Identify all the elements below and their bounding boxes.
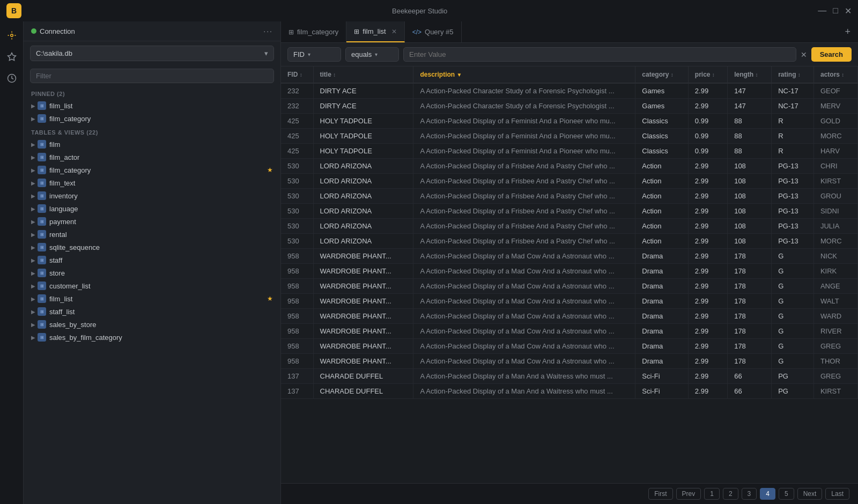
history-icon-btn[interactable]	[2, 69, 21, 88]
field-selector[interactable]: FID ▾	[287, 47, 341, 62]
table-item-language[interactable]: ▶ ⊞ language	[24, 202, 280, 215]
table-item-rental[interactable]: ▶ ⊞ rental	[24, 228, 280, 241]
db-selector[interactable]: C:\sakila.db ▾	[30, 46, 274, 61]
minimize-button[interactable]: —	[818, 6, 826, 16]
filter-placeholder: Filter	[36, 72, 51, 80]
col-header-rating[interactable]: rating ↕	[772, 66, 814, 83]
col-header-fid[interactable]: FID ↕	[281, 66, 313, 83]
more-options-button[interactable]: ···	[263, 27, 273, 35]
pinned-item-film-category[interactable]: ▶ ⊞ film_category ✕	[24, 112, 280, 125]
col-header-description[interactable]: description ▼	[413, 66, 635, 83]
table-icon: ⊞	[38, 333, 46, 342]
cell-category: Drama	[635, 249, 689, 264]
clear-filter-icon[interactable]: ✕	[801, 50, 807, 59]
cell-length: 88	[728, 144, 772, 159]
table-item-staff[interactable]: ▶ ⊞ staff	[24, 254, 280, 266]
table-item-inventory[interactable]: ▶ ⊞ inventory	[24, 189, 280, 202]
sidebar-filter-input[interactable]: Filter	[30, 69, 274, 83]
col-header-category[interactable]: category ↕	[635, 66, 689, 83]
search-button[interactable]: Search	[811, 47, 852, 62]
table-row[interactable]: 530 LORD ARIZONA A Action-Packed Display…	[281, 234, 858, 249]
cell-description: A Action-Packed Display of a Mad Cow And…	[413, 264, 635, 279]
table-item-sqlite-sequence[interactable]: ▶ ⊞ sqlite_sequence	[24, 241, 280, 254]
table-item-film-actor[interactable]: ▶ ⊞ film_actor	[24, 151, 280, 164]
tab-film-list[interactable]: ⊞ film_list ✕	[346, 21, 404, 42]
cell-category: Action	[635, 219, 689, 234]
table-row[interactable]: 958 WARDROBE PHANT... A Action-Packed Di…	[281, 354, 858, 369]
tab-close-icon[interactable]: ✕	[391, 28, 397, 35]
table-row[interactable]: 530 LORD ARIZONA A Action-Packed Display…	[281, 204, 858, 219]
maximize-button[interactable]: □	[833, 6, 838, 16]
table-row[interactable]: 137 CHARADE DUFFEL A Action-Packed Displ…	[281, 384, 858, 399]
table-item-payment[interactable]: ▶ ⊞ payment	[24, 215, 280, 228]
table-item-staff-list[interactable]: ▶ ⊞ staff_list	[24, 305, 280, 318]
table-row[interactable]: 958 WARDROBE PHANT... A Action-Packed Di…	[281, 279, 858, 294]
tab-film-category[interactable]: ⊞ film_category	[281, 21, 346, 42]
cell-rating: R	[772, 114, 814, 129]
table-item-label: payment	[49, 218, 273, 226]
table-item-store[interactable]: ▶ ⊞ store	[24, 266, 280, 279]
table-item-film-list[interactable]: ▶ ⊞ film_list ★	[24, 292, 280, 305]
table-row[interactable]: 232 DIRTY ACE A Action-Packed Character …	[281, 99, 858, 114]
table-row[interactable]: 958 WARDROBE PHANT... A Action-Packed Di…	[281, 339, 858, 354]
table-item-film-text[interactable]: ▶ ⊞ film_text	[24, 176, 280, 189]
cell-price: 2.99	[688, 159, 727, 174]
filter-value-input[interactable]	[403, 47, 796, 62]
table-row[interactable]: 425 HOLY TADPOLE A Action-Packed Display…	[281, 129, 858, 144]
page-2-button[interactable]: 2	[723, 488, 738, 500]
titlebar-controls: — □ ✕	[818, 6, 852, 16]
new-tab-button[interactable]: +	[837, 21, 858, 42]
page-4-button[interactable]: 4	[760, 488, 775, 500]
table-item-sales-by-store[interactable]: ▶ ⊞ sales_by_store	[24, 318, 280, 331]
next-page-button[interactable]: Next	[797, 488, 823, 500]
chevron-down-icon: ▾	[375, 51, 378, 57]
tab-query5[interactable]: </> Query #5	[405, 21, 462, 42]
operator-selector[interactable]: equals ▾	[345, 47, 399, 62]
cell-fid: 425	[281, 129, 313, 144]
table-row[interactable]: 425 HOLY TADPOLE A Action-Packed Display…	[281, 114, 858, 129]
tree-arrow-icon: ▶	[31, 270, 35, 276]
col-header-price[interactable]: price ↕	[688, 66, 727, 83]
table-item-sales-by-film-category[interactable]: ▶ ⊞ sales_by_film_category	[24, 331, 280, 344]
table-row[interactable]: 530 LORD ARIZONA A Action-Packed Display…	[281, 174, 858, 189]
col-header-actors[interactable]: actors ↕	[813, 66, 857, 83]
close-button[interactable]: ✕	[845, 6, 852, 16]
tree-arrow-icon: ▶	[31, 296, 35, 302]
last-page-button[interactable]: Last	[825, 488, 849, 500]
col-header-length[interactable]: length ↕	[728, 66, 772, 83]
table-row[interactable]: 958 WARDROBE PHANT... A Action-Packed Di…	[281, 264, 858, 279]
cell-title: HOLY TADPOLE	[313, 144, 413, 159]
cell-fid: 958	[281, 249, 313, 264]
cell-fid: 530	[281, 234, 313, 249]
page-1-button[interactable]: 1	[704, 488, 720, 500]
table-item-film-category[interactable]: ▶ ⊞ film_category ★	[24, 164, 280, 176]
favorites-icon-btn[interactable]	[2, 47, 21, 66]
connection-title: Connection	[40, 27, 75, 35]
prev-page-button[interactable]: Prev	[676, 488, 701, 500]
cell-rating: PG-13	[772, 204, 814, 219]
table-row[interactable]: 137 CHARADE DUFFEL A Action-Packed Displ…	[281, 369, 858, 384]
svg-point-0	[10, 34, 13, 37]
table-row[interactable]: 425 HOLY TADPOLE A Action-Packed Display…	[281, 144, 858, 159]
table-item-film[interactable]: ▶ ⊞ film	[24, 138, 280, 151]
first-page-button[interactable]: First	[648, 488, 672, 500]
table-row[interactable]: 232 DIRTY ACE A Action-Packed Character …	[281, 83, 858, 99]
table-row[interactable]: 530 LORD ARIZONA A Action-Packed Display…	[281, 159, 858, 174]
cell-length: 108	[728, 174, 772, 189]
page-5-button[interactable]: 5	[779, 488, 794, 500]
table-row[interactable]: 530 LORD ARIZONA A Action-Packed Display…	[281, 189, 858, 204]
table-row[interactable]: 530 LORD ARIZONA A Action-Packed Display…	[281, 219, 858, 234]
col-header-title[interactable]: title ↕	[313, 66, 413, 83]
table-item-customer-list[interactable]: ▶ ⊞ customer_list	[24, 279, 280, 292]
page-3-button[interactable]: 3	[742, 488, 757, 500]
table-icon: ⊞	[38, 294, 46, 303]
connection-icon-btn[interactable]	[2, 26, 21, 45]
pinned-item-film-list[interactable]: ▶ ⊞ film_list ✕	[24, 99, 280, 112]
cell-description: A Action-Packed Display of a Mad Cow And…	[413, 354, 635, 369]
table-row[interactable]: 958 WARDROBE PHANT... A Action-Packed Di…	[281, 309, 858, 324]
table-row[interactable]: 958 WARDROBE PHANT... A Action-Packed Di…	[281, 249, 858, 264]
table-row[interactable]: 958 WARDROBE PHANT... A Action-Packed Di…	[281, 324, 858, 339]
table-row[interactable]: 958 WARDROBE PHANT... A Action-Packed Di…	[281, 294, 858, 309]
table-icon: ⊞	[38, 101, 46, 110]
table-icon: ⊞	[38, 320, 46, 329]
